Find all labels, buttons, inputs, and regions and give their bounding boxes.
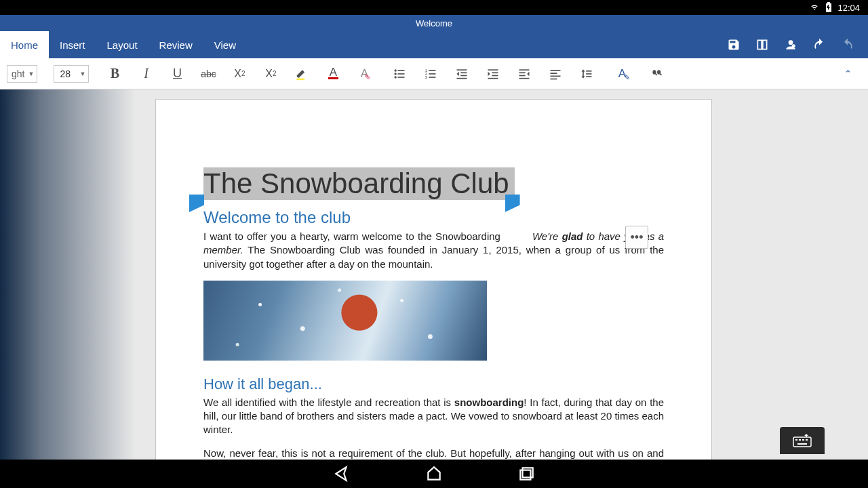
- svg-rect-34: [799, 439, 801, 441]
- doc-image-snowboarder[interactable]: [203, 281, 487, 361]
- find-button[interactable]: [648, 64, 667, 83]
- line-spacing-button[interactable]: [577, 64, 596, 83]
- increase-indent-button[interactable]: [484, 64, 502, 83]
- numbered-list-button[interactable]: 123: [421, 64, 440, 83]
- doc-heading-1[interactable]: The Snowboarding Club: [203, 167, 515, 200]
- clear-formatting-button[interactable]: A✎: [355, 64, 374, 83]
- doc-paragraph-2[interactable]: We all identified with the lifestyle and…: [203, 396, 664, 437]
- doc-heading-began[interactable]: How it all began...: [203, 375, 664, 393]
- svg-rect-10: [429, 70, 436, 71]
- svg-rect-31: [587, 76, 592, 77]
- document-title: Welcome: [416, 18, 452, 28]
- android-nav-bar: [0, 460, 868, 488]
- svg-point-2: [395, 73, 397, 75]
- tab-home[interactable]: Home: [0, 31, 49, 58]
- svg-rect-22: [519, 72, 526, 73]
- svg-rect-18: [492, 72, 498, 73]
- svg-rect-20: [488, 77, 498, 79]
- tab-layout[interactable]: Layout: [96, 31, 149, 58]
- svg-rect-36: [806, 439, 808, 441]
- tab-review[interactable]: Review: [149, 31, 203, 58]
- svg-rect-37: [797, 443, 807, 445]
- svg-rect-14: [461, 72, 467, 73]
- svg-rect-28: [551, 78, 557, 79]
- subscript-button[interactable]: X2: [230, 64, 249, 83]
- svg-rect-11: [429, 73, 436, 75]
- bullet-list-button[interactable]: [390, 64, 409, 83]
- strikethrough-button[interactable]: abc: [199, 64, 218, 83]
- styles-button[interactable]: A✎: [612, 64, 631, 83]
- context-menu-button[interactable]: •••: [625, 226, 648, 249]
- svg-rect-15: [461, 75, 467, 76]
- document-page: The Snowboarding Club Welcome to the clu…: [155, 99, 712, 474]
- svg-rect-6: [398, 77, 405, 78]
- decrease-indent-button[interactable]: [452, 64, 471, 83]
- underline-button[interactable]: U: [167, 64, 186, 83]
- svg-rect-23: [519, 75, 526, 76]
- svg-rect-13: [457, 69, 467, 70]
- tab-insert[interactable]: Insert: [49, 31, 96, 58]
- italic-button[interactable]: I: [136, 64, 155, 83]
- back-icon[interactable]: [333, 465, 351, 483]
- svg-rect-27: [551, 75, 561, 77]
- svg-point-3: [395, 76, 397, 78]
- save-icon[interactable]: [727, 38, 741, 52]
- redo-icon[interactable]: [841, 38, 854, 52]
- special-indent-button[interactable]: [515, 64, 534, 83]
- svg-rect-19: [492, 75, 498, 76]
- highlight-button[interactable]: [292, 64, 311, 83]
- svg-rect-26: [551, 73, 557, 74]
- svg-rect-5: [398, 73, 405, 75]
- svg-rect-25: [551, 70, 561, 71]
- font-name-select[interactable]: ght▼: [7, 65, 37, 83]
- svg-text:3: 3: [425, 75, 427, 79]
- battery-icon: [825, 2, 832, 13]
- status-time: 12:04: [837, 3, 860, 13]
- svg-rect-33: [795, 439, 797, 441]
- formatting-toolbar: ght▼ 28▼ B I U abc X2 X2 A A✎ 123 A✎: [0, 58, 868, 89]
- svg-rect-16: [457, 77, 467, 79]
- share-icon[interactable]: [784, 38, 797, 52]
- home-icon[interactable]: [425, 465, 443, 483]
- svg-rect-12: [429, 77, 436, 78]
- svg-rect-17: [488, 69, 498, 70]
- doc-heading-welcome[interactable]: Welcome to the club: [203, 208, 664, 227]
- svg-rect-0: [297, 78, 305, 80]
- android-status-bar: 12:04: [0, 0, 868, 15]
- svg-rect-4: [398, 70, 405, 71]
- svg-rect-30: [587, 73, 592, 75]
- expand-ribbon-button[interactable]: ⌃: [838, 64, 857, 83]
- svg-rect-21: [519, 69, 530, 70]
- font-color-button[interactable]: A: [323, 64, 342, 83]
- doc-paragraph-1[interactable]: I want to offer you a hearty, warm welco…: [203, 230, 664, 271]
- recents-icon[interactable]: [517, 465, 535, 483]
- document-canvas[interactable]: The Snowboarding Club Welcome to the clu…: [0, 89, 868, 474]
- tab-view[interactable]: View: [203, 31, 247, 58]
- selection-handle-start[interactable]: [189, 195, 204, 212]
- bold-button[interactable]: B: [105, 64, 124, 83]
- reading-view-icon[interactable]: [755, 38, 769, 52]
- undo-icon[interactable]: [812, 38, 826, 52]
- svg-point-1: [395, 69, 397, 71]
- svg-rect-32: [793, 437, 811, 447]
- keyboard-toggle-button[interactable]: [780, 427, 825, 454]
- superscript-button[interactable]: X2: [261, 64, 280, 83]
- svg-rect-35: [802, 439, 804, 441]
- svg-rect-29: [587, 70, 592, 72]
- font-size-select[interactable]: 28▼: [54, 65, 89, 83]
- window-title-bar: Welcome: [0, 15, 868, 31]
- ribbon-tab-strip: Home Insert Layout Review View: [0, 31, 868, 58]
- wifi-icon: [809, 3, 820, 12]
- alignment-button[interactable]: [546, 64, 565, 83]
- svg-rect-24: [519, 77, 530, 79]
